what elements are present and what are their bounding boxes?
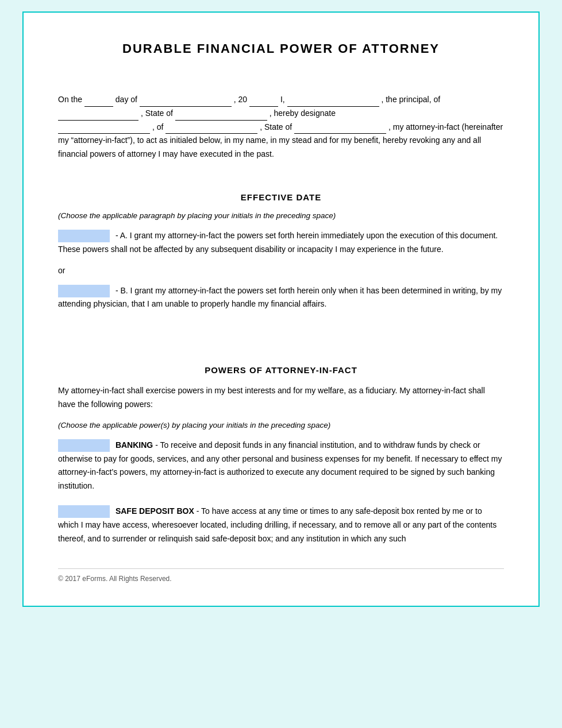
intro-part4: I, [280, 95, 285, 104]
power-item-banking: BANKING - To receive and deposit funds i… [58, 439, 504, 493]
footer-text: © 2017 eForms. All Rights Reserved. [58, 575, 172, 583]
intro-paragraph: On the day of , 20 I, , the principal, o… [58, 93, 504, 161]
principal-state-field[interactable] [175, 111, 267, 121]
safe-deposit-initials[interactable] [58, 505, 110, 518]
safe-deposit-label: SAFE DEPOSIT BOX [116, 506, 194, 516]
principal-address-field[interactable] [58, 111, 138, 121]
effective-date-heading: EFFECTIVE DATE [58, 192, 504, 202]
option-a-block: - A. I grant my attorney-in-fact the pow… [58, 229, 504, 257]
power-item-safe-deposit: SAFE DEPOSIT BOX - To have access at any… [58, 505, 504, 545]
option-b-initials[interactable] [58, 285, 110, 297]
effective-date-choose-note: (Choose the applicable paragraph by plac… [58, 211, 504, 220]
option-a-text: - A. I grant my attorney-in-fact the pow… [58, 231, 498, 254]
year-field[interactable] [249, 98, 278, 107]
intro-part3: , 20 [234, 95, 247, 104]
powers-heading: POWERS OF ATTORNEY-IN-FACT [58, 365, 504, 375]
powers-intro: My attorney-in-fact shall exercise power… [58, 384, 504, 412]
document: DURABLE FINANCIAL POWER OF ATTORNEY On t… [22, 11, 540, 607]
attorney-name-field[interactable] [58, 125, 150, 134]
attorney-state-field[interactable] [294, 125, 386, 134]
or-text: or [58, 266, 504, 275]
option-b-block: - B. I grant my attorney-in-fact the pow… [58, 284, 504, 312]
intro-part2: day of [116, 95, 137, 104]
page-wrapper: DURABLE FINANCIAL POWER OF ATTORNEY On t… [0, 0, 562, 728]
day-field[interactable] [84, 98, 113, 107]
intro-part5: , the principal, of [381, 95, 440, 104]
intro-part1: On the [58, 95, 82, 104]
banking-initials[interactable] [58, 439, 110, 452]
footer: © 2017 eForms. All Rights Reserved. [58, 568, 504, 583]
intro-part6: , State of [141, 109, 173, 118]
principal-name-field[interactable] [287, 98, 379, 107]
banking-label: BANKING [116, 440, 153, 450]
month-field[interactable] [140, 98, 232, 107]
intro-part9: , State of [260, 122, 292, 131]
powers-section: POWERS OF ATTORNEY-IN-FACT My attorney-i… [58, 365, 504, 545]
intro-part8: , of [152, 122, 163, 131]
attorney-address-field[interactable] [165, 125, 257, 134]
powers-choose-note: (Choose the applicable power(s) by placi… [58, 421, 504, 429]
intro-part7: , hereby designate [270, 109, 336, 118]
option-a-initials[interactable] [58, 230, 110, 242]
option-b-text: - B. I grant my attorney-in-fact the pow… [58, 286, 502, 309]
document-title: DURABLE FINANCIAL POWER OF ATTORNEY [58, 41, 504, 56]
